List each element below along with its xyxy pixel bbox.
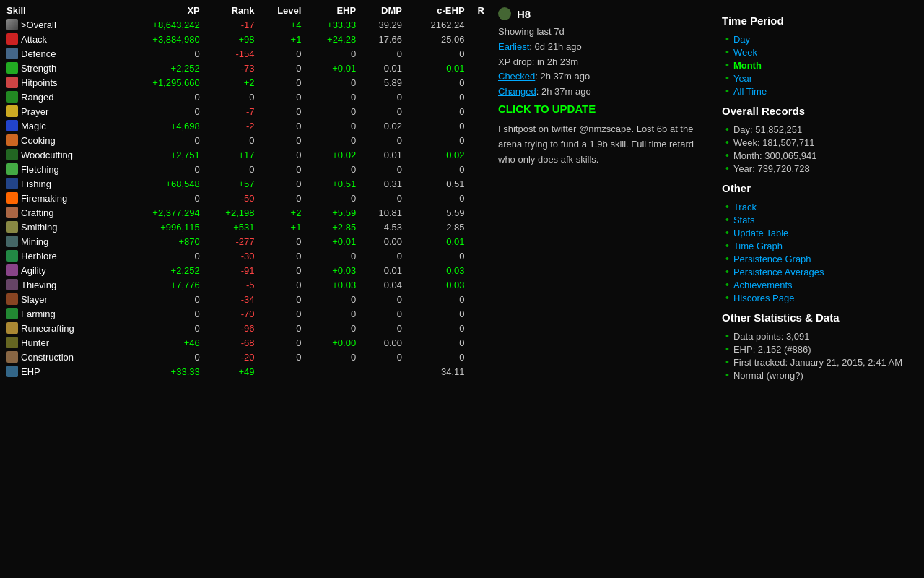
time-period-label[interactable]: Week xyxy=(733,47,757,58)
skill-label: Farming xyxy=(21,309,56,319)
cehp-cell: 0.51 xyxy=(405,176,468,191)
r-cell xyxy=(468,90,487,104)
other-link-item[interactable]: Hiscores Page xyxy=(725,291,917,304)
time-period-label[interactable]: Year xyxy=(733,73,752,84)
herblore-icon xyxy=(6,250,18,262)
time-period-item[interactable]: All Time xyxy=(725,85,917,98)
table-row[interactable]: Construction0-200000 xyxy=(4,350,487,364)
cehp-cell: 0 xyxy=(405,335,468,350)
stat-label: Data points: 3,091 xyxy=(733,331,810,342)
other-link-label[interactable]: Persistence Graph xyxy=(733,254,811,264)
table-row[interactable]: Magic+4,698-2000.020 xyxy=(4,118,487,133)
smithing-icon xyxy=(6,221,18,233)
other-link-label[interactable]: Persistence Averages xyxy=(733,267,824,277)
other-link-item[interactable]: Stats xyxy=(725,213,917,226)
cehp-cell: 2.85 xyxy=(405,220,468,234)
r-cell xyxy=(468,118,487,133)
table-row[interactable]: Hunter+46-680+0.000.000 xyxy=(4,335,487,350)
time-period-item[interactable]: Day xyxy=(725,33,917,46)
table-row[interactable]: Prayer0-70000 xyxy=(4,104,487,118)
time-period-label[interactable]: Month xyxy=(733,60,762,71)
earliest-label[interactable]: Earliest xyxy=(498,41,529,52)
table-row[interactable]: Hitpoints+1,295,660+2005.890 xyxy=(4,75,487,90)
other-link-label[interactable]: Track xyxy=(733,202,757,212)
changed-info: Changed: 2h 37m ago xyxy=(498,85,707,100)
table-row[interactable]: Defence0-1540000 xyxy=(4,46,487,61)
table-row[interactable]: Smithing+996,115+531+1+2.854.532.85 xyxy=(4,220,487,234)
cehp-cell: 5.59 xyxy=(405,205,468,220)
other-link-label[interactable]: Update Table xyxy=(733,228,788,238)
table-row[interactable]: EHP+33.33+4934.11 xyxy=(4,364,487,379)
table-row[interactable]: Herblore0-300000 xyxy=(4,249,487,263)
table-row[interactable]: Strength+2,252-730+0.010.010.01 xyxy=(4,61,487,75)
other-link-label[interactable]: Stats xyxy=(733,215,755,225)
other-stats-title: Other Statistics & Data xyxy=(722,311,917,324)
table-row[interactable]: Ranged000000 xyxy=(4,90,487,104)
time-period-label[interactable]: Day xyxy=(733,34,750,45)
skill-name-cell: Construction xyxy=(4,350,119,364)
table-row[interactable]: Fletching000000 xyxy=(4,162,487,176)
click-to-update-button[interactable]: CLICK TO UPDATE xyxy=(498,103,707,115)
skill-name-cell: Hunter xyxy=(4,335,119,350)
table-row[interactable]: Woodcutting+2,751+170+0.020.010.02 xyxy=(4,147,487,162)
other-link-item[interactable]: Achievements xyxy=(725,278,917,291)
xp-cell: 0 xyxy=(119,104,203,118)
other-link-label[interactable]: Achievements xyxy=(733,280,793,290)
ehp-cell xyxy=(304,364,359,379)
skill-name-cell: >Overall xyxy=(4,17,119,32)
skill-name-cell: Hitpoints xyxy=(4,75,119,90)
skill-label: Prayer xyxy=(21,106,48,117)
dmp-cell: 0 xyxy=(359,90,405,104)
other-link-item[interactable]: Persistence Averages xyxy=(725,265,917,278)
dmp-cell: 39.29 xyxy=(359,17,405,32)
r-cell xyxy=(468,277,487,292)
xp-cell: 0 xyxy=(119,321,203,335)
other-link-item[interactable]: Persistence Graph xyxy=(725,252,917,265)
other-link-label[interactable]: Hiscores Page xyxy=(733,293,795,303)
other-link-label[interactable]: Time Graph xyxy=(733,241,783,251)
cehp-cell: 0 xyxy=(405,90,468,104)
xp-cell: +2,751 xyxy=(119,147,203,162)
table-row[interactable]: Runecrafting0-960000 xyxy=(4,321,487,335)
table-row[interactable]: Cooking000000 xyxy=(4,133,487,147)
table-row[interactable]: Agility+2,252-910+0.030.010.03 xyxy=(4,263,487,277)
table-row[interactable]: Farming0-700000 xyxy=(4,306,487,321)
xp-cell: +2,252 xyxy=(119,263,203,277)
table-row[interactable]: Attack+3,884,980+98+1+24.2817.6625.06 xyxy=(4,32,487,46)
cehp-cell: 25.06 xyxy=(405,32,468,46)
time-period-item[interactable]: Week xyxy=(725,46,917,59)
time-period-item[interactable]: Year xyxy=(725,72,917,85)
other-link-item[interactable]: Track xyxy=(725,200,917,213)
skill-label: >Overall xyxy=(21,20,56,30)
table-row[interactable]: Mining+870-2770+0.010.000.01 xyxy=(4,234,487,249)
changed-label[interactable]: Changed xyxy=(498,86,536,97)
ehp-cell: 0 xyxy=(304,104,359,118)
table-row[interactable]: Crafting+2,377,294+2,198+2+5.5910.815.59 xyxy=(4,205,487,220)
table-row[interactable]: Firemaking0-500000 xyxy=(4,191,487,205)
table-row[interactable]: Thieving+7,776-50+0.030.040.03 xyxy=(4,277,487,292)
level-cell: 0 xyxy=(257,292,304,306)
time-period-title: Time Period xyxy=(722,14,917,27)
ehp-cell: 0 xyxy=(304,46,359,61)
dmp-cell: 17.66 xyxy=(359,32,405,46)
other-link-item[interactable]: Time Graph xyxy=(725,239,917,252)
table-row[interactable]: Fishing+68,548+570+0.510.310.51 xyxy=(4,176,487,191)
checked-label[interactable]: Checked xyxy=(498,71,535,82)
rank-cell: 0 xyxy=(203,133,258,147)
time-period-label[interactable]: All Time xyxy=(733,86,767,97)
r-cell xyxy=(468,147,487,162)
table-row[interactable]: Slayer0-340000 xyxy=(4,292,487,306)
other-link-item[interactable]: Update Table xyxy=(725,226,917,239)
rank-cell: -5 xyxy=(203,277,258,292)
r-cell xyxy=(468,306,487,321)
table-row[interactable]: >Overall+8,643,242-17+4+33.3339.292162.2… xyxy=(4,17,487,32)
time-period-item[interactable]: Month xyxy=(725,59,917,72)
time-period-list: DayWeekMonthYearAll Time xyxy=(722,33,917,98)
cehp-cell: 0 xyxy=(405,249,468,263)
ehp-icon xyxy=(6,366,18,377)
farming-icon xyxy=(6,308,18,319)
skill-label: Ranged xyxy=(21,92,54,103)
level-cell: 0 xyxy=(257,104,304,118)
skill-name-cell: Woodcutting xyxy=(4,147,119,162)
player-name: H8 xyxy=(517,8,531,20)
